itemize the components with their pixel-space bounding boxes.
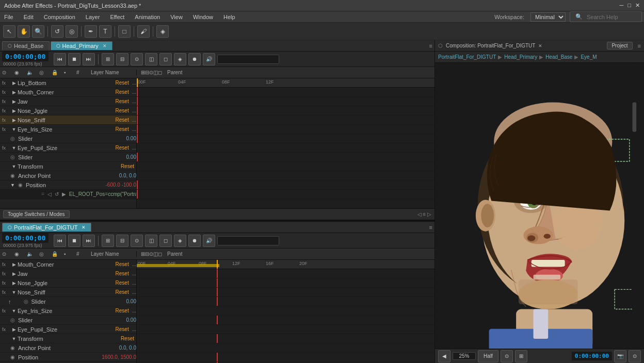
workspace-dropdown[interactable]: Minimal xyxy=(530,12,566,22)
menu-help[interactable]: Help xyxy=(221,13,237,21)
panel-menu[interactable]: ≡ xyxy=(638,43,641,49)
bottom-ctrl7[interactable]: ⏺ xyxy=(188,235,201,247)
layer-row[interactable]: ◎ Slider 0.00 xyxy=(0,153,136,162)
top-ctrl4[interactable]: ◫ xyxy=(145,53,157,65)
layer-row[interactable]: fx ▶ Mouth_Corner Reset ... xyxy=(0,88,136,97)
top-forward-btn[interactable]: ⏭ xyxy=(83,53,95,65)
bottom-panel-menu-btn[interactable]: ≡ xyxy=(429,224,432,230)
breadcrumb-portraitflat[interactable]: PortraitFlat_For_DIGTUT xyxy=(438,54,496,60)
top-ctrl7[interactable]: ⏺ xyxy=(188,53,201,65)
bottom-forward-btn[interactable]: ⏭ xyxy=(83,235,95,247)
menu-view[interactable]: View xyxy=(168,13,185,21)
layer-row[interactable]: ◎ Slider 0.00 xyxy=(0,134,136,143)
zoom-input[interactable] xyxy=(453,352,476,360)
layer-row[interactable]: ◎ Slider 0.00 xyxy=(0,316,136,325)
header-parent: Parent xyxy=(167,70,182,75)
layer-row[interactable]: fx ▼ Nose_Sniff Reset ... xyxy=(0,288,136,297)
breadcrumb-headprimary[interactable]: Head_Primary xyxy=(504,54,537,60)
bottom-scrubber[interactable] xyxy=(217,260,218,269)
breadcrumb-eyem[interactable]: Eye_M xyxy=(581,54,597,60)
expression-row: = ◁ ↺ ▶ EL_ROOT_Pos=ccmp("PortraitFlat_F… xyxy=(0,190,136,199)
bottom-ctrl8[interactable]: 🔊 xyxy=(203,235,215,247)
top-panel-menu-btn[interactable]: ≡ xyxy=(429,43,432,49)
layer-row[interactable]: fx ▶ Mouth_Corner Reset ... xyxy=(0,260,136,269)
top-ctrl3[interactable]: ⊙ xyxy=(131,53,143,65)
top-toggle-modes-btn[interactable]: Toggle Switches / Modes xyxy=(3,210,70,218)
minimize-btn[interactable]: ─ xyxy=(620,2,624,9)
top-search-input[interactable] xyxy=(217,55,279,64)
viewer-ctrl5[interactable]: ⊙ xyxy=(629,350,641,362)
bottom-time-display[interactable]: 0:00:00;00 xyxy=(2,233,49,243)
layer-row[interactable]: fx ▶ Lip_Bottom Reset ... xyxy=(0,78,136,88)
close-tab-icon[interactable]: ✕ xyxy=(103,43,107,48)
layer-row[interactable]: fx ▶ Eye_Pupil_Size Reset ... xyxy=(0,325,136,334)
hand-tool[interactable]: ✋ xyxy=(18,25,30,38)
layer-row[interactable]: ↑ ◎ Slider 0.00 xyxy=(0,297,136,306)
position-row-bottom[interactable]: ◉ Position 1600.0, 1500.0 xyxy=(0,353,136,362)
menu-composition[interactable]: Composition xyxy=(42,13,77,21)
anchor-point-row-bottom[interactable]: ◉ Anchor Point 0.0, 0.0 xyxy=(0,343,136,353)
top-time-display[interactable]: 0:00:00;00 xyxy=(2,52,49,61)
bottom-ctrl4[interactable]: ◫ xyxy=(145,235,157,247)
project-tab[interactable]: Project xyxy=(607,42,632,50)
pen-tool[interactable]: ✒ xyxy=(85,25,97,38)
tab-portraitflat[interactable]: ⬡ PortraitFlat_For_DIGTUT ✕ xyxy=(2,223,91,232)
breadcrumb-headbase[interactable]: Head_Base xyxy=(545,54,572,60)
top-play-btn[interactable]: ⏮ xyxy=(54,53,66,65)
menu-animation[interactable]: Animation xyxy=(133,13,162,21)
selection-tool[interactable]: ↖ xyxy=(3,25,15,38)
tab-head-base[interactable]: ⬡ Head_Base xyxy=(2,41,50,50)
rotation-tool[interactable]: ↺ xyxy=(51,25,63,38)
top-ctrl6[interactable]: ◈ xyxy=(174,53,186,65)
layer-row[interactable]: fx ▼ Eye_Iris_Size Reset ... xyxy=(0,306,136,316)
anchor-point-row-top[interactable]: ◉ Anchor Point 0.0, 0.0 xyxy=(0,171,136,180)
layer-row[interactable]: fx ▼ Eye_Pupil_Size Reset ... xyxy=(0,143,136,153)
menu-window[interactable]: Window xyxy=(191,13,215,21)
position-row-top[interactable]: ▼ ◉ Position -600.0 -100.0 xyxy=(0,180,136,190)
viewer-quality[interactable]: Half xyxy=(478,350,498,362)
bottom-play-btn[interactable]: ⏮ xyxy=(54,235,66,247)
layer-row[interactable]: fx ▶ Nose_Sniff Reset ... xyxy=(0,116,136,125)
menu-layer[interactable]: Layer xyxy=(84,13,102,21)
puppet-tool[interactable]: ◈ xyxy=(156,25,169,38)
viewer-ctrl2[interactable]: ⊙ xyxy=(501,350,513,362)
layer-row[interactable]: ▼ Transform Reset xyxy=(0,334,136,343)
viewer-ctrl3[interactable]: ⊞ xyxy=(515,350,527,362)
brush-tool[interactable]: 🖌 xyxy=(137,25,150,38)
bottom-stop-btn[interactable]: ⏹ xyxy=(68,235,81,247)
layer-row[interactable]: ▼ Transform Reset xyxy=(0,162,136,171)
top-ctrl8[interactable]: 🔊 xyxy=(203,53,215,65)
menu-file[interactable]: File xyxy=(2,13,15,21)
bottom-ctrl3[interactable]: ⊙ xyxy=(131,235,143,247)
top-ctrl2[interactable]: ⊟ xyxy=(116,53,128,65)
layer-row[interactable]: fx ▶ Jaw Reset ... xyxy=(0,269,136,278)
top-scrubber[interactable] xyxy=(137,78,138,87)
orbit-camera-tool[interactable]: ◎ xyxy=(66,25,78,38)
layer-row[interactable]: fx ▶ Jaw Reset ... xyxy=(0,97,136,106)
bottom-ctrl2[interactable]: ⊟ xyxy=(116,235,128,247)
top-stop-btn[interactable]: ⏹ xyxy=(68,53,81,65)
tab-head-primary[interactable]: ⬡ Head_Primary ✕ xyxy=(51,41,112,50)
viewer-ctrl1[interactable]: ◀ xyxy=(438,350,450,362)
layer-row[interactable]: fx ▶ Nose_Jggle Reset ... xyxy=(0,278,136,288)
text-tool[interactable]: T xyxy=(99,25,111,38)
shape-tool[interactable]: □ xyxy=(118,25,131,38)
top-ctrl5[interactable]: ◻ xyxy=(159,53,172,65)
close-comp-icon[interactable]: ✕ xyxy=(538,43,542,48)
position-expand-top[interactable]: ▼ xyxy=(10,183,15,188)
menu-edit[interactable]: Edit xyxy=(22,13,36,21)
layer-row[interactable]: fx ▶ Nose_Jggle Reset ... xyxy=(0,106,136,116)
close-tab-portraitflat[interactable]: ✕ xyxy=(82,225,86,230)
bottom-ctrl1[interactable]: ⊞ xyxy=(102,235,114,247)
menu-effect[interactable]: Effect xyxy=(108,13,126,21)
bottom-ctrl5[interactable]: ◻ xyxy=(159,235,172,247)
top-ctrl1[interactable]: ⊞ xyxy=(102,53,114,65)
layer-row[interactable]: fx ▼ Eye_Iris_Size Reset ... xyxy=(0,125,136,134)
viewer-ctrl4[interactable]: 📷 xyxy=(614,350,626,362)
search-help-input[interactable] xyxy=(587,14,638,20)
bottom-search-input[interactable] xyxy=(217,236,279,245)
zoom-tool[interactable]: 🔍 xyxy=(32,25,44,38)
close-btn[interactable]: ✕ xyxy=(635,2,640,9)
bottom-ctrl6[interactable]: ◈ xyxy=(174,235,186,247)
maximize-btn[interactable]: □ xyxy=(627,2,631,9)
